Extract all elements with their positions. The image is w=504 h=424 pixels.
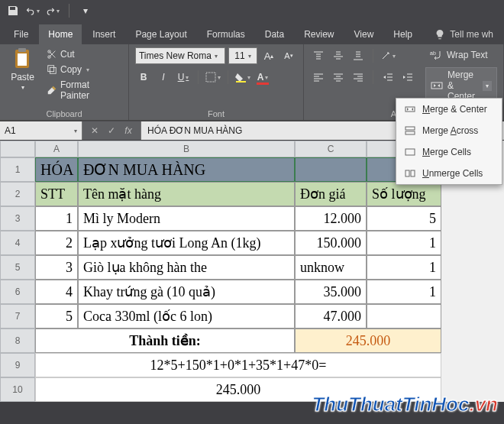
align-middle-icon[interactable] (330, 47, 347, 64)
cell[interactable]: Số lượng (367, 182, 441, 206)
align-right-icon[interactable] (350, 69, 367, 86)
svg-rect-7 (206, 73, 215, 82)
tab-review[interactable]: Review (295, 24, 343, 44)
fx-icon[interactable]: fx (121, 123, 136, 138)
svg-rect-16 (411, 170, 415, 176)
decrease-indent-icon[interactable] (380, 69, 396, 86)
paste-button[interactable]: Paste ▾ (6, 47, 39, 91)
cell[interactable]: STT (35, 182, 78, 206)
cell[interactable]: 150.000 (295, 231, 367, 255)
cell[interactable]: 5 (35, 304, 78, 329)
cell[interactable]: 245.000 (295, 329, 441, 353)
cell[interactable]: Giò lụa không hàn the (78, 255, 295, 280)
cell[interactable]: Tên mặt hàng (78, 182, 295, 206)
tab-view[interactable]: View (345, 24, 383, 44)
cell[interactable]: 12*5+150*1+0*1+35*1+47*0= (35, 353, 441, 377)
separator (69, 4, 69, 18)
tab-page-layout[interactable]: Page Layout (126, 24, 195, 44)
border-button[interactable] (205, 69, 221, 86)
name-box[interactable]: A1 ▾ (0, 121, 82, 140)
cell[interactable]: 1 (367, 255, 441, 280)
tab-insert[interactable]: Insert (83, 24, 124, 44)
wrap-text-button[interactable]: ab Wrap Text (425, 47, 497, 63)
tab-data[interactable]: Data (256, 24, 293, 44)
underline-button[interactable]: U (175, 69, 192, 86)
menu-unmerge-cells[interactable]: Unmerge Cells (396, 163, 502, 184)
increase-font-icon[interactable]: A▴ (260, 47, 277, 64)
cell[interactable] (367, 304, 441, 329)
cell[interactable]: 35.000 (295, 280, 367, 304)
select-all-corner[interactable] (0, 141, 35, 157)
cell[interactable]: 1 (367, 280, 441, 304)
format-painter-button[interactable]: Format Painter (44, 78, 122, 102)
save-icon[interactable] (6, 4, 20, 18)
cell[interactable]: Thành tiền: (35, 329, 295, 353)
row-header[interactable]: 10 (0, 377, 35, 402)
cell[interactable]: 4 (35, 280, 78, 304)
enter-formula-icon[interactable]: ✓ (104, 123, 119, 138)
cell[interactable]: 5 (367, 206, 441, 231)
cancel-formula-icon[interactable]: ✕ (87, 123, 102, 138)
row-header[interactable]: 1 (0, 157, 35, 182)
cell[interactable]: Khay trứng gà (10 quả) (78, 280, 295, 304)
italic-button[interactable]: I (155, 69, 172, 86)
svg-rect-12 (405, 127, 415, 130)
cell[interactable]: 1 (367, 231, 441, 255)
align-top-icon[interactable] (310, 47, 327, 64)
row-header[interactable]: 9 (0, 353, 35, 377)
cell[interactable]: 12.000 (295, 206, 367, 231)
row-header[interactable]: 3 (0, 206, 35, 231)
menu-merge-cells[interactable]: Merge Cells (396, 141, 502, 163)
decrease-font-icon[interactable]: A▾ (280, 47, 297, 64)
orientation-icon[interactable] (380, 47, 396, 64)
col-header-b[interactable]: B (78, 141, 295, 157)
menu-merge-across[interactable]: Merge Across (396, 120, 502, 141)
font-name-combo[interactable]: Times New Roma▾ (135, 47, 225, 64)
cell[interactable]: 3 (35, 255, 78, 280)
tab-formulas[interactable]: Formulas (198, 24, 254, 44)
cell[interactable]: Coca 330ml (lốc 6 lon) (78, 304, 295, 329)
cell[interactable]: 2 (35, 231, 78, 255)
cell[interactable]: ĐƠN MUA HÀNG (78, 157, 295, 182)
svg-rect-10 (431, 83, 442, 89)
tab-home[interactable]: Home (39, 24, 82, 44)
align-left-icon[interactable] (310, 69, 327, 86)
cell[interactable]: Mì ly Modern (78, 206, 295, 231)
bold-button[interactable]: B (135, 69, 152, 86)
cell[interactable]: Đơn giá (295, 182, 367, 206)
menu-merge-center[interactable]: Merge & Center (396, 99, 502, 120)
row-header[interactable]: 5 (0, 255, 35, 280)
row-header[interactable]: 6 (0, 280, 35, 304)
cell[interactable]: Lạp xưởng tươi Long An (1kg) (78, 231, 295, 255)
font-size-combo[interactable]: 11▾ (228, 47, 257, 64)
cell[interactable]: 1 (35, 206, 78, 231)
font-color-button[interactable]: A (254, 69, 271, 86)
cell[interactable]: HÓA (35, 157, 78, 182)
redo-icon[interactable] (46, 4, 60, 18)
fill-color-button[interactable] (234, 69, 251, 86)
row-header[interactable]: 2 (0, 182, 35, 206)
qat-customize-icon[interactable]: ▾ (79, 4, 92, 18)
increase-indent-icon[interactable] (399, 69, 416, 86)
chevron-down-icon: ▾ (21, 84, 24, 91)
row-header[interactable]: 7 (0, 304, 35, 329)
cell[interactable]: unknow (295, 255, 367, 280)
copy-button[interactable]: Copy (44, 63, 122, 76)
row-header[interactable]: 4 (0, 231, 35, 255)
merge-across-icon (404, 125, 416, 137)
tab-file[interactable]: File (5, 24, 37, 44)
cell[interactable] (295, 157, 367, 182)
unmerge-icon (404, 167, 416, 180)
svg-rect-13 (405, 131, 415, 134)
undo-icon[interactable] (26, 4, 40, 18)
svg-rect-6 (50, 67, 56, 73)
cell[interactable]: 47.000 (295, 304, 367, 329)
align-center-icon[interactable] (330, 69, 347, 86)
cut-button[interactable]: Cut (44, 47, 122, 61)
col-header-c[interactable]: C (295, 141, 367, 157)
col-header-a[interactable]: A (35, 141, 78, 157)
tab-help[interactable]: Help (384, 24, 422, 44)
row-header[interactable]: 8 (0, 329, 35, 353)
tell-me[interactable]: Tell me wh (428, 24, 499, 44)
align-bottom-icon[interactable] (350, 47, 367, 64)
